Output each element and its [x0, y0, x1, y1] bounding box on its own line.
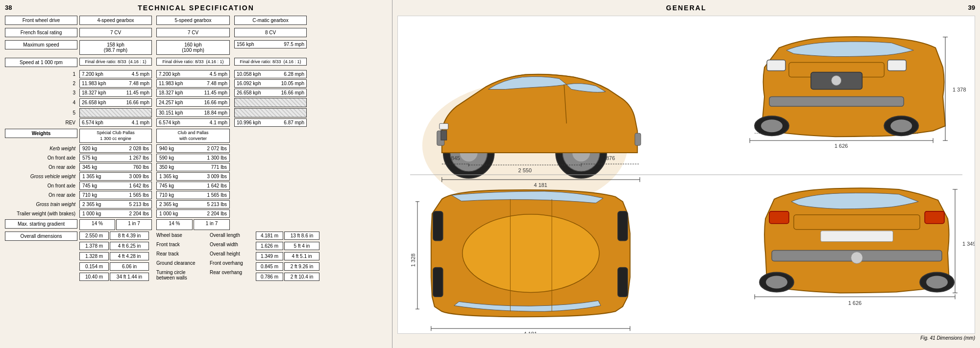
gradient-col3: 14 %	[156, 219, 193, 230]
french-fiscal-rating-label: French fiscal rating	[5, 28, 77, 37]
svg-point-67	[766, 276, 787, 288]
svg-rect-49	[433, 268, 443, 297]
page-title-left: TECHNICAL SPECIFICATION	[5, 4, 387, 12]
gradient-col1: 14 %	[79, 219, 115, 230]
svg-text:4 181: 4 181	[534, 182, 547, 188]
svg-point-45	[463, 214, 599, 293]
svg-point-29	[832, 76, 841, 86]
svg-text:845: 845	[451, 155, 460, 161]
weights-col1-header: Spécial Club Pallas1 300 cc engine	[79, 129, 152, 143]
fiscal-col2: 7 CV	[156, 28, 230, 37]
gradient-label: Max. starting gradient	[5, 219, 77, 229]
svg-rect-63	[821, 231, 893, 242]
car-diagram: 4 181 2 550 845 876	[397, 16, 975, 334]
svg-text:1 378: 1 378	[953, 87, 966, 93]
gradient-col4: 1 in 7	[194, 219, 230, 230]
svg-text:876: 876	[606, 155, 615, 161]
svg-text:1 328: 1 328	[410, 254, 416, 267]
svg-point-65	[851, 252, 863, 264]
max-speed-col2: 160 kph(100 mph)	[156, 40, 230, 55]
fig-caption: Fig. 41 Dimensions (mm)	[397, 335, 975, 341]
page-title-right: GENERAL	[397, 4, 975, 12]
speed-1000rpm-label: Speed at 1 000 rpm	[5, 58, 77, 67]
svg-text:2 550: 2 550	[518, 167, 532, 173]
max-speed-col1: 158 kph(98.7 mph)	[79, 40, 152, 55]
svg-text:4 181: 4 181	[524, 331, 537, 333]
svg-rect-60	[794, 215, 920, 230]
svg-rect-10	[635, 133, 641, 145]
weights-col2-header: Club and Pallaswith converter	[156, 129, 230, 143]
svg-rect-62	[925, 211, 944, 224]
svg-text:1 626: 1 626	[848, 300, 861, 306]
final-drive-col1: Final drive ratio: 8/33 (4.16 : 1)	[79, 58, 152, 66]
max-speed-label: Maximum speed	[5, 40, 77, 49]
page-number-right: 39	[968, 4, 975, 11]
svg-rect-50	[618, 211, 628, 241]
svg-rect-51	[618, 268, 628, 297]
svg-rect-48	[433, 211, 443, 241]
svg-rect-61	[769, 211, 789, 224]
svg-rect-26	[767, 60, 785, 71]
svg-point-32	[761, 119, 783, 132]
final-drive-col2: Final drive ratio: 8/33 (4.16 : 1)	[156, 58, 230, 66]
gearbox-cmatic-label: C-matic gearbox	[234, 16, 307, 25]
gearbox-4speed-label: 4-speed gearbox	[79, 16, 152, 25]
gearbox-5speed-label: 5-speed gearbox	[156, 16, 230, 25]
front-wheel-drive-label: Front wheel drive	[5, 16, 77, 25]
svg-rect-27	[887, 60, 906, 71]
svg-point-69	[926, 276, 948, 288]
svg-rect-12	[441, 130, 447, 140]
weights-section-header: Weights	[5, 129, 77, 138]
max-speed-col3: 156 kph97.5 mph	[234, 40, 307, 48]
svg-text:1 626: 1 626	[834, 143, 848, 149]
gradient-col2: 1 in 7	[116, 219, 152, 230]
fiscal-col1: 7 CV	[79, 28, 152, 37]
svg-point-34	[890, 119, 912, 132]
final-drive-col3: Final drive ratio: 8/33 (4.16 : 1)	[234, 58, 307, 66]
fiscal-col3: 8 CV	[234, 28, 307, 37]
svg-rect-30	[769, 96, 904, 106]
page-number-left: 38	[5, 4, 12, 11]
svg-text:1 349: 1 349	[962, 241, 975, 247]
overall-dims-label: Overall dimensions	[5, 232, 77, 241]
svg-rect-11	[440, 123, 448, 129]
